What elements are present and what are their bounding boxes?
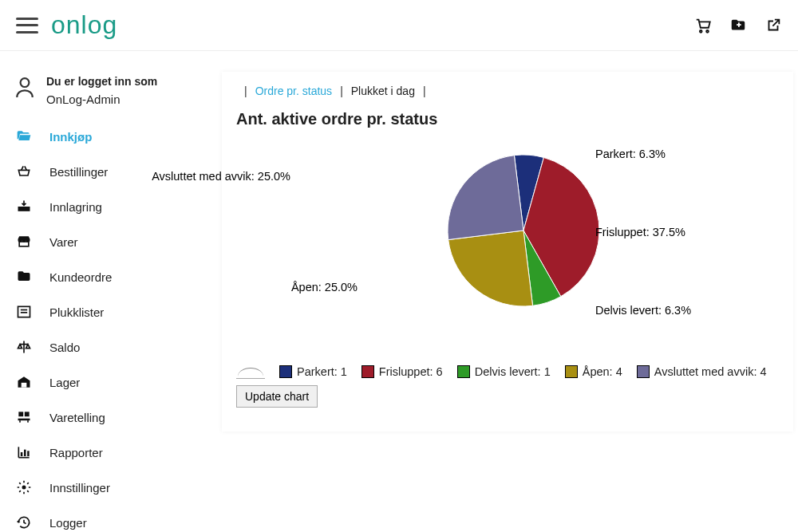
nav-label: Kundeordre: [49, 270, 112, 284]
legend-label: Delvis levert: 1: [475, 365, 551, 378]
body: Du er logget inn som OnLog-Admin Innkjøp…: [0, 51, 798, 532]
svg-rect-6: [19, 242, 29, 246]
external-link-icon[interactable]: [764, 17, 782, 34]
svg-rect-3: [738, 22, 740, 26]
svg-rect-15: [27, 420, 29, 423]
svg-point-0: [700, 30, 702, 32]
tab-plukket[interactable]: Plukket i dag: [351, 85, 415, 97]
legend-label: Avsluttet med avvik: 4: [654, 365, 767, 378]
sidebar-item-innstillinger[interactable]: Innstillinger: [14, 479, 203, 495]
list-icon: [14, 304, 34, 320]
cart-icon[interactable]: [694, 17, 712, 34]
legend-label: Parkert: 1: [297, 365, 347, 378]
svg-rect-10: [22, 383, 27, 388]
svg-point-4: [21, 78, 30, 87]
legend-item[interactable]: Frisluppet: 6: [361, 365, 443, 378]
nav-label: Innlagring: [49, 200, 102, 214]
username: OnLog-Admin: [46, 93, 157, 106]
svg-point-21: [22, 486, 26, 490]
main: | Ordre pr. status | Plukket i dag | Ant…: [203, 51, 798, 532]
legend-swatch: [457, 365, 470, 378]
legend-item[interactable]: Åpen: 4: [565, 365, 622, 378]
nav-label: Varetelling: [49, 411, 105, 424]
svg-rect-18: [21, 452, 22, 456]
user-icon: [14, 75, 35, 99]
legend-swatch: [565, 365, 578, 378]
pie-chart: Parkert: 6.3%Frisluppet: 37.5%Delvis lev…: [236, 143, 779, 358]
legend-swatch: [279, 365, 292, 378]
svg-rect-12: [25, 412, 30, 416]
legend-swatch: [361, 365, 374, 378]
inbound-icon: [14, 199, 34, 215]
zoom-reset-icon[interactable]: [236, 365, 265, 379]
sidebar-item-innkjøp[interactable]: Innkjøp: [14, 128, 203, 144]
sidebar-item-lager[interactable]: Lager: [14, 374, 203, 390]
sidebar-item-kundeordre[interactable]: Kundeordre: [14, 269, 203, 285]
sidebar: Du er logget inn som OnLog-Admin Innkjøp…: [0, 51, 203, 532]
user-text: Du er logget inn som OnLog-Admin: [46, 75, 157, 106]
add-folder-icon[interactable]: [729, 17, 747, 34]
folder-icon: [14, 269, 34, 285]
sidebar-item-varetelling[interactable]: Varetelling: [14, 409, 203, 425]
nav-label: Innstillinger: [49, 481, 110, 495]
pallet-icon: [14, 409, 34, 425]
svg-rect-20: [27, 451, 30, 456]
card-title: Ant. aktive ordre pr. status: [236, 110, 779, 128]
chart-icon: [14, 444, 34, 460]
content-card: | Ordre pr. status | Plukket i dag | Ant…: [222, 72, 793, 432]
basket-icon: [14, 164, 34, 179]
scale-icon: [14, 339, 34, 355]
svg-rect-19: [24, 450, 26, 456]
legend-label: Frisluppet: 6: [379, 365, 443, 378]
nav-label: Saldo: [49, 341, 80, 354]
legend-label: Åpen: 4: [583, 365, 622, 378]
history-icon: [14, 514, 34, 530]
topbar-left: onlog: [16, 10, 117, 40]
pie-svg: [444, 151, 603, 310]
nav-label: Plukklister: [49, 305, 104, 319]
sidebar-item-rapporter[interactable]: Rapporter: [14, 444, 203, 460]
sidebar-item-plukklister[interactable]: Plukklister: [14, 304, 203, 320]
menu-icon[interactable]: [16, 18, 38, 33]
svg-rect-5: [18, 207, 30, 211]
nav-label: Innkjøp: [49, 130, 92, 144]
svg-rect-13: [18, 419, 30, 421]
topbar: onlog: [0, 0, 798, 51]
nav-label: Logger: [49, 516, 87, 530]
sidebar-item-varer[interactable]: Varer: [14, 234, 203, 250]
data-label: Åpen: 25.0%: [291, 281, 358, 294]
topbar-right: [694, 17, 782, 34]
nav-label: Rapporter: [49, 446, 103, 459]
nav-label: Bestillinger: [49, 165, 108, 179]
legend-item[interactable]: Parkert: 1: [279, 365, 347, 378]
update-chart-button[interactable]: Update chart: [236, 385, 318, 408]
gear-icon: [14, 479, 34, 495]
data-label: Parkert: 6.3%: [595, 148, 666, 160]
folder-open-icon: [14, 128, 34, 144]
nav-label: Varer: [49, 235, 78, 249]
tab-ordre-status[interactable]: Ordre pr. status: [255, 85, 332, 97]
warehouse-icon: [14, 374, 34, 390]
nav-label: Lager: [49, 376, 80, 389]
user-info: Du er logget inn som OnLog-Admin: [14, 75, 203, 106]
nav: InnkjøpBestillingerInnlagringVarerKundeo…: [14, 128, 203, 530]
pie-slice-avsluttet-med-avvik[interactable]: [448, 156, 523, 240]
legend-item[interactable]: Delvis levert: 1: [457, 365, 551, 378]
legend-item[interactable]: Avsluttet med avvik: 4: [637, 365, 767, 378]
legend-swatch: [637, 365, 650, 378]
data-label: Delvis levert: 6.3%: [595, 304, 691, 317]
logo[interactable]: onlog: [51, 10, 117, 40]
svg-rect-11: [18, 412, 23, 416]
pie-slice-åpen[interactable]: [448, 231, 533, 306]
tabs: | Ordre pr. status | Plukket i dag |: [236, 85, 779, 97]
sidebar-item-saldo[interactable]: Saldo: [14, 339, 203, 355]
sidebar-item-logger[interactable]: Logger: [14, 514, 203, 530]
data-label: Frisluppet: 37.5%: [595, 226, 685, 238]
svg-point-1: [706, 30, 709, 32]
login-label: Du er logget inn som: [46, 75, 157, 88]
legend: Parkert: 1Frisluppet: 6Delvis levert: 1Å…: [236, 365, 779, 379]
store-icon: [14, 234, 34, 250]
data-label: Avsluttet med avvik: 25.0%: [152, 170, 290, 183]
svg-rect-14: [19, 420, 21, 423]
sidebar-item-innlagring[interactable]: Innlagring: [14, 199, 203, 215]
